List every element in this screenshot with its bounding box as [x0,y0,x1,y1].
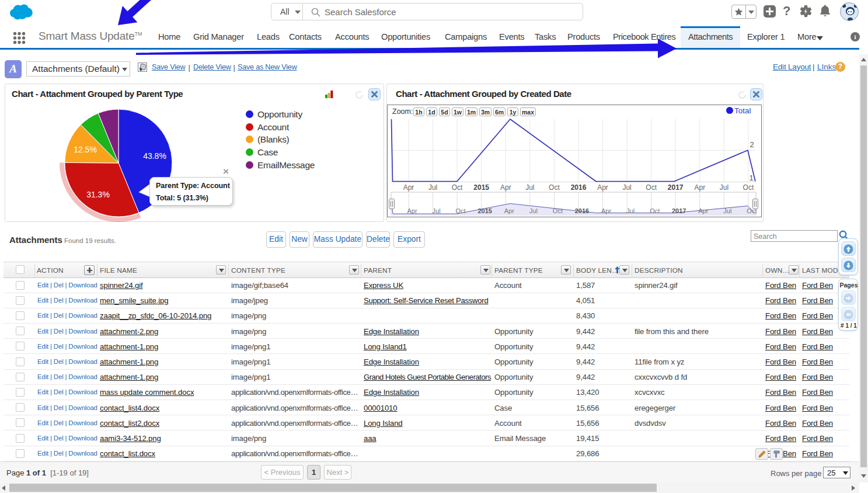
svg-text:Jul: Jul [723,207,731,214]
svg-text:Oct: Oct [553,207,563,214]
svg-text:2015: 2015 [473,183,489,192]
svg-text:Oct: Oct [650,207,660,214]
svg-text:2: 2 [750,140,754,149]
svg-text:1: 1 [749,173,753,182]
svg-text:2016: 2016 [575,207,589,214]
svg-text:Apr: Apr [504,207,514,214]
svg-text:Apr: Apr [407,207,417,214]
svg-text:31.3%: 31.3% [86,190,110,199]
svg-text:Jul: Jul [433,207,441,214]
svg-text:Jul: Jul [626,207,635,214]
svg-text:Apr: Apr [694,183,705,192]
svg-text:Apr: Apr [601,207,611,214]
svg-text:Jul: Jul [720,183,728,192]
svg-text:Apr: Apr [698,207,708,214]
svg-text:43.8%: 43.8% [143,151,166,161]
svg-text:Jul: Jul [529,207,538,214]
svg-text:Jul: Jul [525,183,534,192]
svg-text:Apr: Apr [597,183,608,192]
svg-text:Jul: Jul [428,183,437,192]
svg-text:Oct: Oct [646,183,657,192]
svg-text:Oct: Oct [456,207,466,214]
svg-text:Apr: Apr [500,183,511,192]
svg-text:Oct: Oct [452,183,463,192]
svg-text:Oct: Oct [549,183,560,192]
svg-text:2015: 2015 [477,207,491,214]
svg-text:2017: 2017 [672,207,686,214]
svg-text:Jul: Jul [622,183,631,192]
svg-text:2017: 2017 [668,183,684,192]
svg-text:Oct: Oct [743,183,754,192]
svg-text:2016: 2016 [571,183,587,192]
svg-text:12.5%: 12.5% [74,145,97,154]
svg-text:Apr: Apr [403,183,414,192]
